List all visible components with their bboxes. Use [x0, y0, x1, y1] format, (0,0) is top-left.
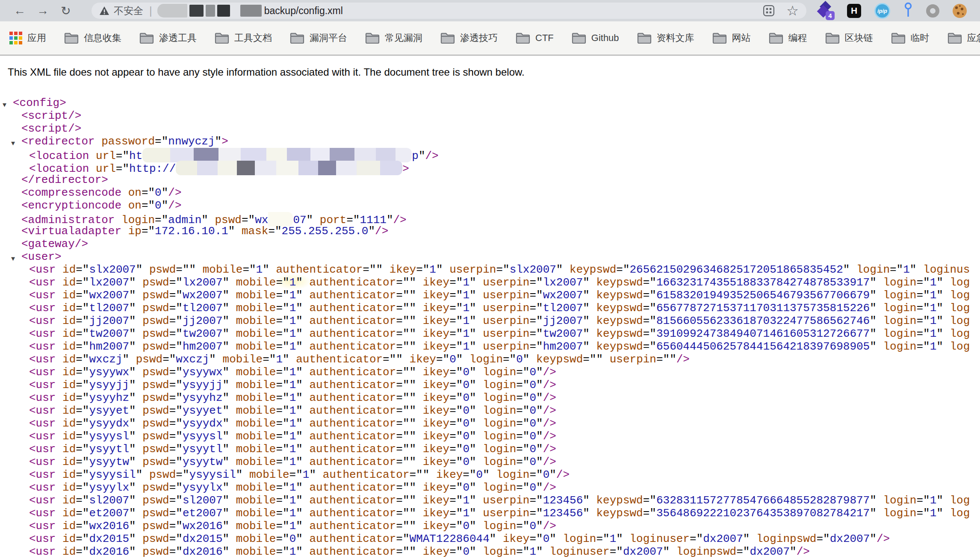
xml-token: ikey	[423, 315, 449, 327]
xml-token: log	[950, 302, 970, 315]
bookmark-item[interactable]: 编程	[769, 32, 807, 44]
xml-token	[416, 520, 423, 533]
redaction-block	[336, 161, 357, 175]
xml-token: userpin	[483, 507, 529, 520]
xml-token: 1	[903, 263, 910, 276]
xml-token: ="	[396, 315, 409, 327]
xml-token: authenticator	[309, 545, 396, 558]
xml-token: 0	[289, 533, 296, 545]
bookmark-item[interactable]: 应用	[9, 32, 46, 44]
bookmark-item[interactable]: CTF	[516, 32, 554, 44]
bookmark-item[interactable]: 渗透技巧	[440, 32, 498, 44]
bookmark-item[interactable]: 信息收集	[64, 32, 121, 44]
proxy-extension-icon[interactable]: 4	[818, 2, 834, 19]
xml-token: ="	[76, 430, 89, 443]
xml-token: ="	[383, 353, 396, 366]
xml-token: authenticator	[309, 456, 396, 468]
xml-token	[403, 353, 410, 366]
xml-token	[229, 404, 236, 417]
xml-token: authenticator	[309, 430, 396, 443]
xml-token	[476, 340, 483, 353]
xml-token: ="	[643, 340, 656, 353]
xml-token	[850, 263, 856, 276]
xml-token: 0	[463, 417, 469, 430]
qr-code-icon[interactable]	[762, 4, 775, 17]
security-chip[interactable]: 不安全	[99, 4, 143, 18]
xml-token	[476, 417, 483, 430]
xml-token: mobile	[236, 315, 276, 327]
xml-token: "	[469, 430, 476, 443]
xml-token	[56, 391, 62, 404]
xml-token: ="	[449, 494, 463, 507]
xml-token: "	[296, 302, 303, 315]
reload-button[interactable]: ↻	[57, 2, 74, 19]
ring-extension-icon[interactable]	[926, 4, 939, 18]
xml-token: ="	[155, 135, 168, 148]
xml-token	[416, 276, 423, 289]
xml-token: login	[883, 507, 916, 520]
bookmark-item[interactable]: 区块链	[825, 32, 873, 44]
xml-token	[590, 315, 596, 327]
xml-token: "	[469, 302, 476, 315]
bookmark-item[interactable]: 渗透工具	[139, 32, 197, 44]
xml-token: ="	[529, 340, 543, 353]
xml-token: 0	[516, 353, 523, 366]
xml-token: ysyytl	[89, 443, 129, 456]
xml-token: id	[62, 340, 76, 353]
xml-token: ="	[169, 276, 183, 289]
xml-token: 1	[463, 507, 469, 520]
xml-token: ="	[516, 379, 529, 391]
xml-token: 0	[529, 430, 536, 443]
xml-token: 0	[463, 443, 469, 456]
xml-token: id	[62, 315, 76, 327]
xml-token: "	[870, 507, 877, 520]
folder-icon	[215, 32, 229, 44]
cookie-extension-icon[interactable]	[953, 4, 967, 18]
xml-token: "	[223, 404, 230, 417]
xml-token: id	[62, 545, 76, 558]
bookmark-item[interactable]: 工具文档	[215, 32, 272, 44]
xml-token: ysyyhz	[89, 391, 129, 404]
bookmark-label: Github	[591, 32, 619, 44]
xml-token: 1	[289, 456, 296, 468]
xml-token: "	[936, 289, 943, 302]
xml-token: 1	[930, 276, 937, 289]
bookmark-item[interactable]: 常见漏洞	[365, 32, 422, 44]
location-pin-extension-icon[interactable]	[903, 2, 913, 19]
bookmark-star-icon[interactable]: ☆	[786, 4, 799, 18]
xml-token	[416, 366, 423, 379]
xml-token	[136, 545, 143, 558]
xml-token: 1	[930, 507, 937, 520]
extensions-area: 4 H ipip	[818, 2, 967, 19]
bookmark-item[interactable]: 应急	[948, 32, 980, 44]
back-button[interactable]: ←	[11, 2, 28, 19]
bookmark-item[interactable]: 网站	[712, 32, 751, 44]
bookmark-item[interactable]: 临时	[891, 32, 930, 44]
xml-line: <usr id="ysyywx" pswd="ysyywx" mobile="1…	[0, 366, 980, 379]
xml-token: "	[469, 520, 476, 533]
xml-token: ="	[890, 263, 903, 276]
xml-token: "	[162, 186, 168, 199]
xml-token: "	[870, 276, 877, 289]
xml-token	[136, 533, 143, 545]
xml-token: id	[62, 276, 76, 289]
xml-token: 1	[930, 315, 937, 327]
ipip-extension-icon[interactable]: ipip	[874, 3, 890, 19]
xml-token: "	[129, 276, 136, 289]
xml-token	[136, 520, 143, 533]
xml-token: <virtualadapter	[21, 225, 121, 238]
hackbar-extension-icon[interactable]: H	[847, 4, 861, 18]
xml-token: "	[129, 533, 136, 545]
xml-token: ysyytw	[183, 456, 223, 468]
bookmark-item[interactable]: 资料文库	[637, 32, 694, 44]
xml-token: dx2007	[703, 533, 743, 545]
forward-button[interactable]: →	[34, 2, 51, 19]
xml-token: loginuser	[630, 533, 690, 545]
xml-token	[56, 366, 62, 379]
xml-token: 0	[529, 417, 536, 430]
address-bar[interactable]: 不安全 | backup/config.xml ☆	[92, 3, 806, 19]
bookmark-item[interactable]: Github	[572, 32, 619, 44]
bookmark-item[interactable]: 漏洞平台	[290, 32, 347, 44]
xml-token: ="	[169, 533, 183, 545]
xml-token: "	[129, 327, 136, 340]
